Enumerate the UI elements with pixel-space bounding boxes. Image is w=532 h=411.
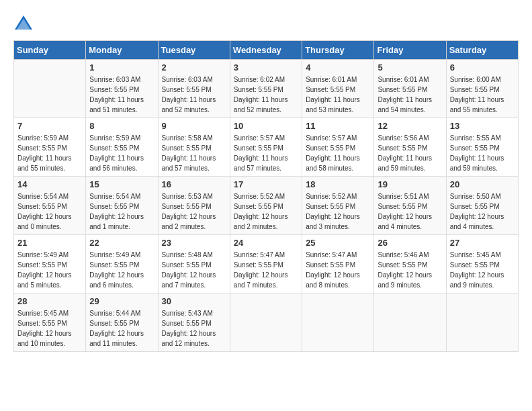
day-number: 23 bbox=[162, 238, 226, 248]
day-number: 27 bbox=[450, 238, 515, 248]
day-number: 12 bbox=[378, 121, 442, 131]
day-info: Sunrise: 5:53 AMSunset: 5:55 PMDaylight:… bbox=[162, 191, 226, 232]
calendar-cell bbox=[14, 60, 86, 118]
day-number: 4 bbox=[306, 62, 370, 73]
calendar-week-1: 7Sunrise: 5:59 AMSunset: 5:55 PMDaylight… bbox=[14, 118, 519, 177]
day-info: Sunrise: 5:54 AMSunset: 5:55 PMDaylight:… bbox=[17, 191, 82, 232]
calendar-header: SundayMondayTuesdayWednesdayThursdayFrid… bbox=[14, 41, 519, 60]
weekday-header-friday: Friday bbox=[374, 41, 446, 60]
calendar-cell: 20Sunrise: 5:50 AMSunset: 5:55 PMDayligh… bbox=[446, 177, 518, 235]
weekday-header-saturday: Saturday bbox=[446, 41, 518, 60]
calendar-cell: 11Sunrise: 5:57 AMSunset: 5:55 PMDayligh… bbox=[302, 118, 374, 177]
logo bbox=[13, 13, 35, 34]
day-number: 1 bbox=[89, 62, 154, 73]
logo-icon bbox=[13, 13, 34, 34]
day-number: 11 bbox=[306, 121, 370, 131]
weekday-header-tuesday: Tuesday bbox=[158, 41, 230, 60]
day-number: 7 bbox=[17, 121, 82, 131]
weekday-header-monday: Monday bbox=[86, 41, 158, 60]
calendar-cell: 25Sunrise: 5:47 AMSunset: 5:55 PMDayligh… bbox=[302, 235, 374, 293]
calendar-cell: 17Sunrise: 5:52 AMSunset: 5:55 PMDayligh… bbox=[230, 177, 302, 235]
calendar-cell: 19Sunrise: 5:51 AMSunset: 5:55 PMDayligh… bbox=[374, 177, 446, 235]
day-info: Sunrise: 5:57 AMSunset: 5:55 PMDaylight:… bbox=[306, 133, 370, 173]
calendar-cell: 10Sunrise: 5:57 AMSunset: 5:55 PMDayligh… bbox=[230, 118, 302, 177]
calendar-cell bbox=[446, 293, 518, 352]
calendar-cell: 21Sunrise: 5:49 AMSunset: 5:55 PMDayligh… bbox=[14, 235, 86, 293]
day-info: Sunrise: 6:02 AMSunset: 5:55 PMDaylight:… bbox=[234, 75, 298, 115]
day-info: Sunrise: 5:43 AMSunset: 5:55 PMDaylight:… bbox=[162, 308, 226, 349]
calendar-cell: 4Sunrise: 6:01 AMSunset: 5:55 PMDaylight… bbox=[302, 60, 374, 118]
day-number: 16 bbox=[162, 179, 226, 189]
calendar-cell: 29Sunrise: 5:44 AMSunset: 5:55 PMDayligh… bbox=[86, 293, 158, 352]
page-header bbox=[13, 13, 519, 34]
day-number: 17 bbox=[234, 179, 298, 189]
day-number: 14 bbox=[17, 179, 82, 189]
day-number: 3 bbox=[234, 62, 298, 73]
day-number: 15 bbox=[89, 179, 154, 189]
day-info: Sunrise: 5:58 AMSunset: 5:55 PMDaylight:… bbox=[162, 133, 226, 173]
day-number: 25 bbox=[306, 238, 370, 248]
day-info: Sunrise: 5:59 AMSunset: 5:55 PMDaylight:… bbox=[89, 133, 154, 173]
day-info: Sunrise: 5:50 AMSunset: 5:55 PMDaylight:… bbox=[450, 191, 515, 232]
day-info: Sunrise: 5:57 AMSunset: 5:55 PMDaylight:… bbox=[234, 133, 298, 173]
calendar-cell: 3Sunrise: 6:02 AMSunset: 5:55 PMDaylight… bbox=[230, 60, 302, 118]
weekday-header-sunday: Sunday bbox=[14, 41, 86, 60]
calendar-cell: 16Sunrise: 5:53 AMSunset: 5:55 PMDayligh… bbox=[158, 177, 230, 235]
day-info: Sunrise: 6:03 AMSunset: 5:55 PMDaylight:… bbox=[89, 75, 154, 115]
day-number: 8 bbox=[89, 121, 154, 131]
calendar-week-4: 28Sunrise: 5:45 AMSunset: 5:55 PMDayligh… bbox=[14, 293, 519, 352]
day-number: 28 bbox=[17, 296, 82, 306]
day-info: Sunrise: 5:59 AMSunset: 5:55 PMDaylight:… bbox=[17, 133, 82, 173]
calendar-cell: 30Sunrise: 5:43 AMSunset: 5:55 PMDayligh… bbox=[158, 293, 230, 352]
day-number: 9 bbox=[162, 121, 226, 131]
calendar-cell: 13Sunrise: 5:55 AMSunset: 5:55 PMDayligh… bbox=[446, 118, 518, 177]
day-info: Sunrise: 5:49 AMSunset: 5:55 PMDaylight:… bbox=[17, 250, 82, 290]
day-info: Sunrise: 5:52 AMSunset: 5:55 PMDaylight:… bbox=[234, 191, 298, 232]
calendar-cell: 6Sunrise: 6:00 AMSunset: 5:55 PMDaylight… bbox=[446, 60, 518, 118]
day-number: 6 bbox=[450, 62, 515, 73]
calendar-cell: 23Sunrise: 5:48 AMSunset: 5:55 PMDayligh… bbox=[158, 235, 230, 293]
day-info: Sunrise: 5:47 AMSunset: 5:55 PMDaylight:… bbox=[234, 250, 298, 290]
day-info: Sunrise: 5:55 AMSunset: 5:55 PMDaylight:… bbox=[450, 133, 515, 173]
calendar-cell: 15Sunrise: 5:54 AMSunset: 5:55 PMDayligh… bbox=[86, 177, 158, 235]
day-info: Sunrise: 5:45 AMSunset: 5:55 PMDaylight:… bbox=[17, 308, 82, 349]
day-info: Sunrise: 5:45 AMSunset: 5:55 PMDaylight:… bbox=[450, 250, 515, 290]
calendar-cell: 24Sunrise: 5:47 AMSunset: 5:55 PMDayligh… bbox=[230, 235, 302, 293]
calendar-table: SundayMondayTuesdayWednesdayThursdayFrid… bbox=[13, 40, 519, 352]
day-number: 13 bbox=[450, 121, 515, 131]
day-info: Sunrise: 5:44 AMSunset: 5:55 PMDaylight:… bbox=[89, 308, 154, 349]
weekday-header-thursday: Thursday bbox=[302, 41, 374, 60]
day-number: 10 bbox=[234, 121, 298, 131]
day-info: Sunrise: 5:56 AMSunset: 5:55 PMDaylight:… bbox=[378, 133, 442, 173]
day-number: 24 bbox=[234, 238, 298, 248]
calendar-cell: 1Sunrise: 6:03 AMSunset: 5:55 PMDaylight… bbox=[86, 60, 158, 118]
day-number: 18 bbox=[306, 179, 370, 189]
day-number: 19 bbox=[378, 179, 442, 189]
day-info: Sunrise: 6:01 AMSunset: 5:55 PMDaylight:… bbox=[378, 75, 442, 115]
calendar-week-0: 1Sunrise: 6:03 AMSunset: 5:55 PMDaylight… bbox=[14, 60, 519, 118]
calendar-cell bbox=[230, 293, 302, 352]
calendar-cell: 5Sunrise: 6:01 AMSunset: 5:55 PMDaylight… bbox=[374, 60, 446, 118]
day-number: 30 bbox=[162, 296, 226, 306]
day-info: Sunrise: 6:00 AMSunset: 5:55 PMDaylight:… bbox=[450, 75, 515, 115]
calendar-cell: 9Sunrise: 5:58 AMSunset: 5:55 PMDaylight… bbox=[158, 118, 230, 177]
calendar-cell: 28Sunrise: 5:45 AMSunset: 5:55 PMDayligh… bbox=[14, 293, 86, 352]
calendar-week-3: 21Sunrise: 5:49 AMSunset: 5:55 PMDayligh… bbox=[14, 235, 519, 293]
weekday-row: SundayMondayTuesdayWednesdayThursdayFrid… bbox=[14, 41, 519, 60]
day-info: Sunrise: 5:46 AMSunset: 5:55 PMDaylight:… bbox=[378, 250, 442, 290]
day-info: Sunrise: 5:51 AMSunset: 5:55 PMDaylight:… bbox=[378, 191, 442, 232]
day-info: Sunrise: 5:54 AMSunset: 5:55 PMDaylight:… bbox=[89, 191, 154, 232]
calendar-cell: 22Sunrise: 5:49 AMSunset: 5:55 PMDayligh… bbox=[86, 235, 158, 293]
calendar-cell: 18Sunrise: 5:52 AMSunset: 5:55 PMDayligh… bbox=[302, 177, 374, 235]
calendar-cell: 2Sunrise: 6:03 AMSunset: 5:55 PMDaylight… bbox=[158, 60, 230, 118]
day-info: Sunrise: 5:48 AMSunset: 5:55 PMDaylight:… bbox=[162, 250, 226, 290]
day-info: Sunrise: 5:52 AMSunset: 5:55 PMDaylight:… bbox=[306, 191, 370, 232]
day-number: 22 bbox=[89, 238, 154, 248]
day-number: 21 bbox=[17, 238, 82, 248]
day-number: 2 bbox=[162, 62, 226, 73]
day-number: 29 bbox=[89, 296, 154, 306]
calendar-cell: 12Sunrise: 5:56 AMSunset: 5:55 PMDayligh… bbox=[374, 118, 446, 177]
day-number: 5 bbox=[378, 62, 442, 73]
calendar-cell: 27Sunrise: 5:45 AMSunset: 5:55 PMDayligh… bbox=[446, 235, 518, 293]
calendar-week-2: 14Sunrise: 5:54 AMSunset: 5:55 PMDayligh… bbox=[14, 177, 519, 235]
